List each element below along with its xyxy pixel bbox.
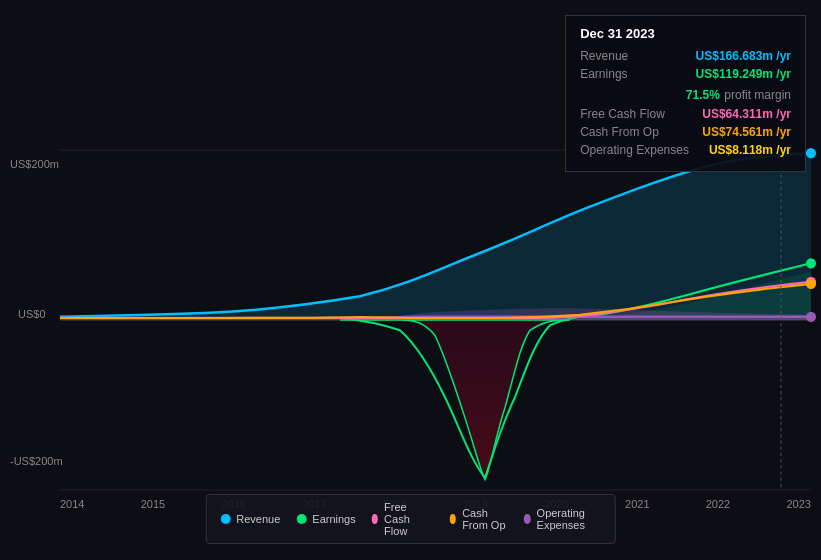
y-label-neg200m: -US$200m: [10, 455, 63, 467]
fcf-label: Free Cash Flow: [580, 107, 665, 121]
earnings-label: Earnings: [580, 67, 627, 81]
legend-label-earnings: Earnings: [312, 513, 355, 525]
legend-dot-opex: [524, 514, 530, 524]
svg-point-8: [806, 312, 816, 322]
tooltip-date: Dec 31 2023: [580, 26, 791, 41]
legend-dot-cfo: [450, 514, 456, 524]
x-label-2021: 2021: [625, 498, 649, 510]
cfo-value: US$74.561m /yr: [702, 125, 791, 139]
tooltip-fcf-row: Free Cash Flow US$64.311m /yr: [580, 107, 791, 121]
legend-revenue[interactable]: Revenue: [220, 513, 280, 525]
legend-label-cfo: Cash From Op: [462, 507, 508, 531]
opex-label: Operating Expenses: [580, 143, 689, 157]
svg-point-4: [806, 148, 816, 158]
earnings-value: US$119.249m /yr: [696, 67, 791, 81]
revenue-label: Revenue: [580, 49, 628, 63]
x-label-2014: 2014: [60, 498, 84, 510]
tooltip-earnings-row: Earnings US$119.249m /yr: [580, 67, 791, 81]
x-label-2022: 2022: [706, 498, 730, 510]
legend-dot-revenue: [220, 514, 230, 524]
legend-label-revenue: Revenue: [236, 513, 280, 525]
fcf-value: US$64.311m /yr: [702, 107, 791, 121]
revenue-value: US$166.683m /yr: [696, 49, 791, 63]
tooltip-revenue-row: Revenue US$166.683m /yr: [580, 49, 791, 63]
legend-opex[interactable]: Operating Expenses: [524, 507, 601, 531]
chart-svg: [60, 150, 811, 490]
cfo-label: Cash From Op: [580, 125, 659, 139]
y-label-0: US$0: [18, 308, 46, 320]
legend-cfo[interactable]: Cash From Op: [450, 507, 508, 531]
chart-legend: Revenue Earnings Free Cash Flow Cash Fro…: [205, 494, 616, 544]
legend-dot-earnings: [296, 514, 306, 524]
legend-dot-fcf: [372, 514, 378, 524]
tooltip-opex-row: Operating Expenses US$8.118m /yr: [580, 143, 791, 157]
legend-fcf[interactable]: Free Cash Flow: [372, 501, 434, 537]
opex-value: US$8.118m /yr: [709, 143, 791, 157]
x-label-2023: 2023: [786, 498, 810, 510]
tooltip-box: Dec 31 2023 Revenue US$166.683m /yr Earn…: [565, 15, 806, 172]
chart-area: [60, 150, 811, 490]
x-label-2015: 2015: [141, 498, 165, 510]
tooltip-margin-row: 71.5% profit margin: [580, 85, 791, 103]
tooltip-cfo-row: Cash From Op US$74.561m /yr: [580, 125, 791, 139]
y-label-200m: US$200m: [10, 158, 59, 170]
legend-label-fcf: Free Cash Flow: [384, 501, 434, 537]
svg-point-7: [806, 279, 816, 289]
legend-earnings[interactable]: Earnings: [296, 513, 355, 525]
chart-container: Dec 31 2023 Revenue US$166.683m /yr Earn…: [0, 0, 821, 560]
legend-label-opex: Operating Expenses: [537, 507, 601, 531]
svg-point-5: [806, 258, 816, 268]
